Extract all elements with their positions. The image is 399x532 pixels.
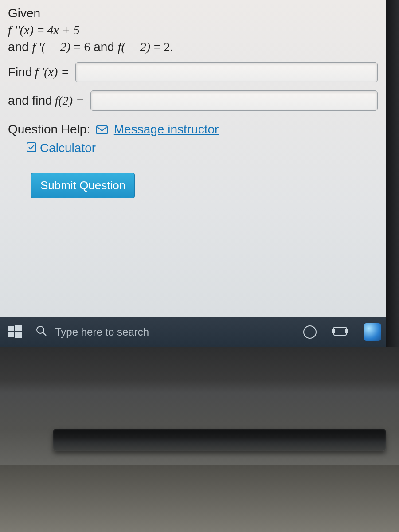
- find-label: Find: [8, 65, 32, 79]
- and-find-label: and find: [8, 94, 52, 108]
- prompt-fprime: Find f '(x) =: [8, 62, 378, 82]
- eq1-lhs: f ''(x): [8, 23, 34, 37]
- svg-rect-4: [8, 332, 14, 337]
- checkbox-icon: [27, 141, 36, 155]
- screen-right-bezel: [386, 0, 399, 347]
- svg-rect-10: [345, 329, 348, 333]
- equals-sign: =: [37, 23, 47, 37]
- svg-rect-8: [334, 327, 346, 335]
- eq1-rhs: 4x + 5: [47, 23, 79, 37]
- svg-rect-2: [8, 326, 14, 331]
- prompt-f2: and find f(2) =: [8, 90, 378, 111]
- ic2-rhs: 2.: [164, 40, 173, 54]
- svg-point-6: [37, 326, 44, 333]
- laptop-body: [0, 347, 399, 532]
- equals-sign: =: [154, 40, 164, 54]
- help-label: Question Help:: [8, 122, 90, 136]
- ic1-lhs: f '( − 2): [32, 40, 70, 54]
- svg-rect-0: [97, 126, 107, 134]
- question-content: Given f ''(x) = 4x + 5 and f '( − 2) = 6…: [0, 0, 386, 198]
- initial-conditions: and f '( − 2) = 6 and f( − 2) = 2.: [8, 40, 378, 54]
- search-placeholder: Type here to search: [55, 326, 149, 338]
- windows-taskbar: Type here to search: [0, 317, 386, 347]
- edge-browser-icon[interactable]: [364, 323, 381, 341]
- f2-answer-input[interactable]: [90, 90, 378, 111]
- equals-sign: =: [74, 40, 84, 54]
- laptop-deck: [0, 466, 399, 532]
- windows-logo-icon: [8, 325, 22, 339]
- message-instructor-link[interactable]: Message instructor: [114, 122, 219, 136]
- cortana-icon[interactable]: [303, 325, 317, 339]
- svg-rect-1: [27, 143, 36, 152]
- laptop-hinge: [53, 429, 386, 451]
- question-help: Question Help: Message instructor: [8, 122, 378, 137]
- and-prefix: and: [8, 40, 32, 54]
- browser-viewport: Given f ''(x) = 4x + 5 and f '( − 2) = 6…: [0, 0, 386, 347]
- submit-question-button[interactable]: Submit Question: [31, 173, 135, 198]
- equation-second-derivative: f ''(x) = 4x + 5: [8, 23, 378, 37]
- given-label: Given: [8, 6, 378, 20]
- svg-rect-5: [15, 332, 22, 338]
- taskbar-search[interactable]: Type here to search: [35, 325, 303, 339]
- calculator-link[interactable]: Calculator: [27, 141, 378, 155]
- svg-rect-9: [332, 329, 335, 333]
- taskbar-right: [303, 323, 386, 341]
- fprime-answer-input[interactable]: [75, 62, 378, 82]
- start-button[interactable]: [0, 317, 30, 347]
- svg-rect-3: [15, 325, 22, 331]
- ic2-lhs: f( − 2): [118, 40, 150, 54]
- svg-line-7: [43, 332, 46, 336]
- mail-icon: [96, 123, 108, 137]
- fprime-expr: f '(x) =: [35, 65, 69, 79]
- task-view-icon[interactable]: [332, 326, 348, 338]
- and-joiner: and: [94, 40, 118, 54]
- calculator-label: Calculator: [40, 141, 96, 155]
- search-icon: [35, 325, 47, 339]
- f2-expr: f(2) =: [55, 94, 84, 108]
- ic1-rhs: 6: [84, 40, 90, 54]
